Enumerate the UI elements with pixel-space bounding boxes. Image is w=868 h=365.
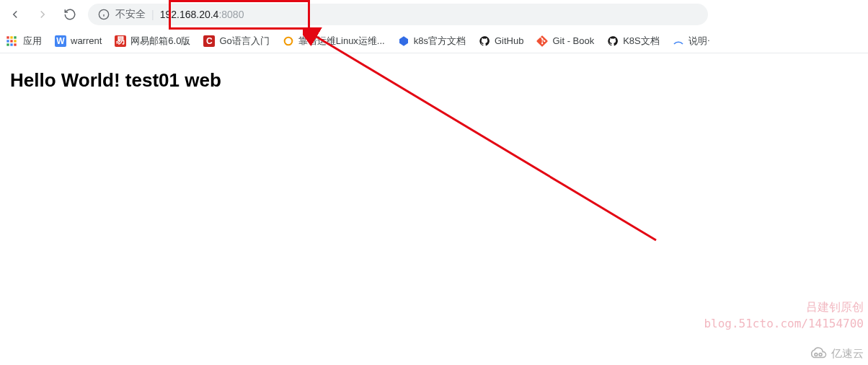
brand-badge: 亿速云 bbox=[808, 346, 864, 361]
favicon-icon bbox=[398, 35, 409, 47]
address-bar[interactable]: 不安全 | 192.168.20.4:8080 bbox=[88, 4, 708, 25]
favicon-icon bbox=[283, 35, 294, 47]
svg-rect-9 bbox=[6, 43, 9, 45]
bookmark-label: k8s官方文档 bbox=[414, 35, 466, 48]
bookmark-netease-mail[interactable]: 易 网易邮箱6.0版 bbox=[115, 35, 190, 48]
favicon-icon: C bbox=[203, 35, 215, 47]
apps-grid-icon bbox=[6, 35, 17, 47]
arrow-right-icon bbox=[36, 8, 49, 21]
favicon-icon bbox=[607, 35, 619, 47]
bookmark-k8s-docs[interactable]: k8s官方文档 bbox=[398, 35, 466, 48]
svg-point-16 bbox=[815, 353, 818, 356]
favicon-icon bbox=[536, 35, 548, 47]
bookmark-k8s-docs-2[interactable]: K8S文档 bbox=[607, 35, 660, 48]
svg-marker-13 bbox=[399, 36, 408, 45]
forward-button[interactable] bbox=[33, 5, 52, 24]
url-text: 192.168.20.4:8080 bbox=[160, 9, 244, 20]
bookmark-github[interactable]: GitHub bbox=[479, 35, 523, 47]
apps-button[interactable]: 应用 bbox=[6, 35, 42, 48]
url-host: 192.168.20.4 bbox=[160, 9, 219, 20]
cloud-icon bbox=[808, 346, 828, 361]
apps-label: 应用 bbox=[23, 35, 42, 48]
svg-rect-4 bbox=[10, 36, 12, 38]
bookmark-label: Go语言入门 bbox=[219, 35, 269, 48]
watermark: 吕建钊原创 blog.51cto.com/14154700 bbox=[704, 299, 864, 332]
bookmark-linux-ops[interactable]: 靠谱运维Linux运维... bbox=[283, 35, 385, 48]
reload-button[interactable] bbox=[61, 5, 79, 24]
svg-rect-6 bbox=[6, 40, 9, 42]
bookmark-go-lang[interactable]: C Go语言入门 bbox=[203, 35, 269, 48]
bookmark-label: 网易邮箱6.0版 bbox=[130, 35, 190, 48]
page-heading: Hello World! test01 web bbox=[10, 69, 858, 92]
favicon-icon bbox=[673, 35, 684, 47]
arrow-left-icon bbox=[9, 8, 22, 21]
page-content: Hello World! test01 web bbox=[0, 53, 868, 107]
bookmark-warrent[interactable]: W warrent bbox=[55, 35, 102, 47]
bookmark-instructions[interactable]: 说明ᐧ bbox=[673, 35, 709, 48]
bookmarks-bar: 应用 W warrent 易 网易邮箱6.0版 C Go语言入门 靠谱运维Lin… bbox=[0, 29, 868, 53]
favicon-icon bbox=[479, 35, 490, 47]
not-secure-label: 不安全 bbox=[115, 8, 146, 21]
url-port: :8080 bbox=[218, 9, 244, 20]
browser-toolbar: 不安全 | 192.168.20.4:8080 bbox=[0, 0, 868, 29]
bookmark-label: K8S文档 bbox=[623, 35, 660, 48]
brand-label: 亿速云 bbox=[831, 347, 864, 361]
svg-rect-5 bbox=[14, 36, 16, 38]
watermark-line2: blog.51cto.com/14154700 bbox=[704, 316, 864, 332]
svg-rect-3 bbox=[6, 36, 9, 38]
favicon-icon: W bbox=[55, 35, 66, 47]
svg-point-12 bbox=[284, 37, 292, 45]
bookmark-git-book[interactable]: Git - Book bbox=[536, 35, 594, 47]
watermark-line1: 吕建钊原创 bbox=[704, 299, 864, 315]
svg-rect-11 bbox=[14, 43, 16, 45]
bookmark-label: GitHub bbox=[495, 35, 523, 46]
separator: | bbox=[151, 9, 154, 20]
back-button[interactable] bbox=[6, 5, 25, 24]
svg-rect-7 bbox=[10, 40, 12, 42]
info-icon bbox=[98, 9, 110, 20]
reload-icon bbox=[63, 8, 76, 21]
svg-point-17 bbox=[819, 353, 822, 356]
bookmark-label: 说明ᐧ bbox=[688, 35, 709, 48]
svg-rect-10 bbox=[10, 43, 12, 45]
bookmark-label: warrent bbox=[71, 35, 102, 46]
bookmark-label: Git - Book bbox=[552, 35, 594, 46]
bookmark-label: 靠谱运维Linux运维... bbox=[298, 35, 385, 48]
favicon-icon: 易 bbox=[115, 35, 126, 47]
svg-rect-8 bbox=[14, 40, 16, 42]
